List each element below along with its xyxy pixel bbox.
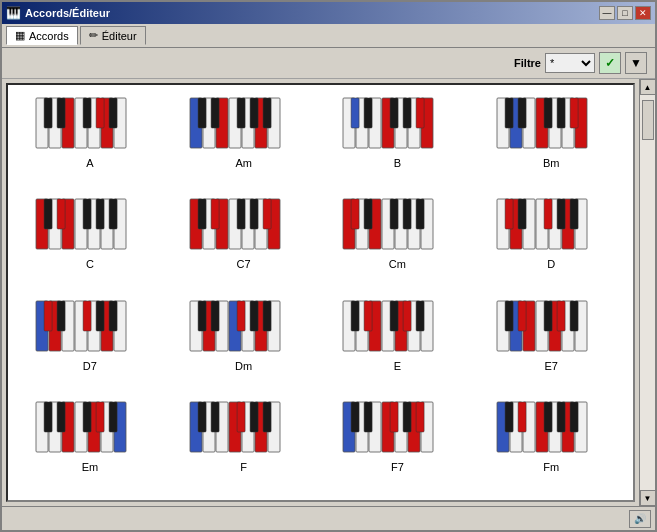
chord-item[interactable]: C — [18, 196, 162, 287]
svg-rect-11 — [109, 98, 117, 128]
chord-item[interactable]: Em — [18, 399, 162, 490]
piano-visual — [35, 196, 145, 256]
piano-visual — [496, 95, 606, 155]
svg-rect-10 — [96, 98, 104, 128]
status-button[interactable]: 🔊 — [629, 510, 651, 528]
piano-visual — [496, 298, 606, 358]
svg-rect-176 — [364, 402, 372, 432]
svg-rect-35 — [416, 98, 424, 128]
filter-select[interactable]: * A B C — [545, 53, 595, 73]
piano-visual — [189, 399, 299, 459]
chord-item[interactable]: Bm — [479, 95, 623, 186]
svg-rect-179 — [416, 402, 424, 432]
svg-rect-20 — [211, 98, 219, 128]
piano-visual — [342, 95, 452, 155]
svg-rect-46 — [557, 98, 565, 128]
tab-accords[interactable]: ▦ Accords — [6, 26, 78, 45]
svg-rect-139 — [505, 301, 513, 331]
filter-dropdown-button[interactable]: ▼ — [625, 52, 647, 74]
svg-rect-43 — [505, 98, 513, 128]
svg-rect-94 — [557, 199, 565, 229]
speaker-icon: 🔊 — [634, 513, 646, 524]
window-title: Accords/Éditeur — [25, 7, 110, 19]
chords-grid: AAmBBmCC7CmDD7DmEE7EmFF7Fm — [8, 85, 633, 500]
scrollbar-vertical[interactable]: ▲ ▼ — [639, 79, 655, 506]
svg-rect-34 — [403, 98, 411, 128]
chord-name-label: Am — [235, 157, 252, 169]
svg-rect-189 — [544, 402, 552, 432]
chord-item[interactable]: F7 — [326, 399, 470, 490]
svg-rect-7 — [44, 98, 52, 128]
chord-item[interactable]: B — [326, 95, 470, 186]
chord-item[interactable]: E — [326, 298, 470, 389]
chord-item[interactable]: E7 — [479, 298, 623, 389]
menubar: ▦ Accords ✏ Éditeur — [2, 24, 655, 48]
content-panel: AAmBBmCC7CmDD7DmEE7EmFF7Fm — [6, 83, 635, 502]
maximize-button[interactable]: □ — [617, 6, 633, 20]
filter-confirm-button[interactable]: ✓ — [599, 52, 621, 74]
piano-visual — [342, 196, 452, 256]
svg-rect-91 — [505, 199, 513, 229]
chord-item[interactable]: Cm — [326, 196, 470, 287]
chord-item[interactable]: D7 — [18, 298, 162, 389]
svg-rect-142 — [557, 301, 565, 331]
chord-item[interactable]: Fm — [479, 399, 623, 490]
scroll-thumb[interactable] — [642, 100, 654, 140]
minimize-button[interactable]: — — [599, 6, 615, 20]
chord-item[interactable]: Am — [172, 95, 316, 186]
chord-item[interactable]: F — [172, 399, 316, 490]
svg-rect-45 — [544, 98, 552, 128]
chord-item[interactable]: Dm — [172, 298, 316, 389]
chord-name-label: C7 — [237, 258, 251, 270]
chord-item[interactable]: C7 — [172, 196, 316, 287]
svg-rect-57 — [83, 199, 91, 229]
svg-rect-69 — [237, 199, 245, 229]
svg-rect-104 — [57, 301, 65, 331]
svg-rect-190 — [557, 402, 565, 432]
toolbar: Filtre * A B C ✓ ▼ — [2, 48, 655, 79]
svg-rect-166 — [250, 402, 258, 432]
svg-rect-140 — [518, 301, 526, 331]
chord-name-label: Cm — [389, 258, 406, 270]
chord-item[interactable]: D — [479, 196, 623, 287]
svg-rect-191 — [570, 402, 578, 432]
chord-item[interactable]: A — [18, 95, 162, 186]
svg-rect-23 — [263, 98, 271, 128]
svg-rect-130 — [403, 301, 411, 331]
svg-rect-131 — [416, 301, 424, 331]
svg-rect-127 — [351, 301, 359, 331]
svg-rect-128 — [364, 301, 372, 331]
piano-visual — [35, 95, 145, 155]
svg-rect-115 — [198, 301, 206, 331]
dropdown-icon: ▼ — [630, 56, 642, 70]
piano-visual — [35, 298, 145, 358]
window-icon: 🎹 — [6, 6, 21, 20]
svg-rect-83 — [416, 199, 424, 229]
svg-rect-93 — [544, 199, 552, 229]
chord-name-label: F — [240, 461, 247, 473]
close-button[interactable]: ✕ — [635, 6, 651, 20]
svg-rect-118 — [250, 301, 258, 331]
svg-rect-19 — [198, 98, 206, 128]
svg-rect-175 — [351, 402, 359, 432]
chord-name-label: D — [547, 258, 555, 270]
chord-name-label: E — [394, 360, 401, 372]
svg-rect-21 — [237, 98, 245, 128]
svg-rect-79 — [351, 199, 359, 229]
tab-editeur[interactable]: ✏ Éditeur — [80, 26, 146, 45]
svg-rect-95 — [570, 199, 578, 229]
svg-rect-59 — [109, 199, 117, 229]
scroll-down-button[interactable]: ▼ — [640, 490, 656, 506]
svg-rect-22 — [250, 98, 258, 128]
svg-rect-155 — [109, 402, 117, 432]
svg-rect-8 — [57, 98, 65, 128]
scroll-up-button[interactable]: ▲ — [640, 79, 656, 95]
svg-rect-33 — [390, 98, 398, 128]
piano-visual — [342, 399, 452, 459]
svg-rect-67 — [198, 199, 206, 229]
svg-rect-81 — [390, 199, 398, 229]
checkmark-icon: ✓ — [605, 56, 615, 70]
svg-rect-143 — [570, 301, 578, 331]
tab-accords-label: Accords — [29, 30, 69, 42]
svg-rect-117 — [237, 301, 245, 331]
